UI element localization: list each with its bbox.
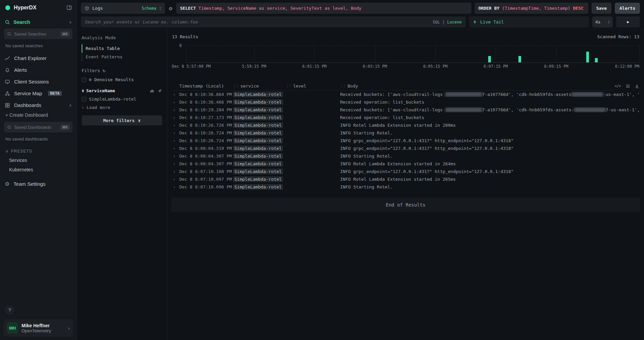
sidebar-item-service-map[interactable]: Service Map BETA [0, 88, 77, 99]
filters-label: Filters [82, 68, 100, 73]
service-checkbox[interactable] [82, 97, 86, 102]
sidebar-item-team-settings[interactable]: ⚙ Team Settings [0, 178, 77, 190]
row-expand-icon[interactable]: › [171, 92, 179, 97]
filter-group-servicename[interactable]: ∨ ServiceName [82, 88, 162, 93]
sidebar-item-dashboards[interactable]: Dashboards ∧ [0, 99, 77, 111]
row-service-cell: SimpleLambda-rotel [233, 184, 286, 189]
row-expand-icon[interactable]: › [171, 115, 179, 120]
log-row[interactable]: ›Dec 8 6:10:26.726 PMSimpleLambda-rotelI… [171, 121, 640, 129]
log-row[interactable]: ›Dec 8 6:10:36.864 PMSimpleLambda-rotelR… [171, 91, 640, 98]
event-search-input[interactable] [81, 16, 466, 27]
redacted-text: ██████████████ [445, 92, 482, 97]
presets-section-toggle[interactable]: ∨ PRESETS [0, 146, 77, 156]
log-row[interactable]: ›Dec 8 6:07:10.096 PMSimpleLambda-rotelI… [171, 183, 640, 191]
download-icon[interactable] [635, 84, 639, 89]
select-query-input[interactable]: SELECT Timestamp, ServiceName as service… [176, 3, 471, 14]
row-expand-icon[interactable]: › [171, 184, 179, 189]
mode-event-patterns[interactable]: Event Patterns [82, 53, 162, 61]
row-service-cell: SimpleLambda-rotel [233, 130, 286, 135]
row-expand-icon[interactable]: › [171, 123, 179, 128]
preset-item-services[interactable]: Services [0, 156, 77, 165]
row-expand-icon[interactable]: › [171, 107, 179, 112]
row-service-cell: SimpleLambda-rotel [233, 92, 286, 97]
chevron-up-icon[interactable]: ∧ [69, 20, 72, 24]
create-dashboard-button[interactable]: + Create Dashboard [0, 111, 77, 121]
row-timestamp: Dec 8 6:07:10.097 PM [179, 177, 233, 182]
chart-values-icon[interactable] [150, 89, 154, 93]
order-by-input[interactable]: ORDER BY (TimestampTime, Timestamp) DESC [475, 3, 588, 14]
log-row[interactable]: ›Dec 8 6:10:29.284 PMSimpleLambda-rotelR… [171, 106, 640, 114]
help-button[interactable]: ? [5, 305, 15, 315]
row-body: INFO Starting Rotel. [340, 154, 640, 159]
source-select[interactable]: Logs Schema ▴▾ [81, 3, 165, 14]
user-profile-card[interactable]: MH Mike Heffner OpenTelemetry › [3, 319, 73, 337]
row-service-cell: SimpleLambda-rotel [233, 146, 286, 151]
interval-value: 4s [595, 19, 601, 24]
row-expand-icon[interactable]: › [171, 100, 179, 105]
row-body: INFO Rotel Lambda Extension started in 2… [340, 161, 640, 166]
log-row[interactable]: ›Dec 8 6:10:26.724 PMSimpleLambda-rotelI… [171, 129, 640, 137]
log-row[interactable]: ›Dec 8 6:08:04.319 PMSimpleLambda-rotelI… [171, 145, 640, 152]
chevron-up-icon[interactable]: ∧ [69, 103, 72, 108]
row-expand-icon[interactable]: › [171, 138, 179, 143]
chart-bar[interactable] [586, 52, 589, 62]
row-timestamp: Dec 8 6:10:26.724 PM [179, 130, 233, 135]
column-settings-icon[interactable] [626, 84, 630, 89]
column-body[interactable]: ⋮⋮ Body [340, 83, 640, 89]
drag-handle-icon[interactable]: ⋮⋮ [340, 84, 346, 88]
refresh-icon[interactable]: ↻ [103, 68, 105, 73]
chart-bar[interactable] [518, 56, 521, 62]
live-tail-button[interactable]: Live Tail [469, 16, 589, 27]
column-level[interactable]: ⋮⋮ level [286, 83, 340, 89]
log-row[interactable]: ›Dec 8 6:10:26.724 PMSimpleLambda-rotelI… [171, 137, 640, 145]
pin-icon[interactable] [158, 89, 162, 93]
saved-dashboards-input[interactable]: Saved Dashboards ⌘K [4, 122, 73, 132]
sidebar-item-client-sessions[interactable]: Client Sessions [0, 76, 77, 88]
drag-handle-icon[interactable]: ⋮⋮ [233, 84, 238, 88]
log-row[interactable]: ›Dec 8 6:08:04.307 PMSimpleLambda-rotelI… [171, 160, 640, 168]
save-button[interactable]: Save [592, 3, 611, 14]
service-chip: SimpleLambda-rotel [233, 176, 283, 182]
sql-mode-toggle[interactable]: SQL [433, 20, 440, 24]
sidebar-item-chart-explorer[interactable]: Chart Explorer [0, 52, 77, 64]
row-expand-icon[interactable]: › [171, 130, 179, 135]
preset-item-kubernetes[interactable]: Kubernetes [0, 165, 77, 174]
row-body: Received operation: list_buckets [340, 115, 640, 120]
sidebar-item-search[interactable]: Search ∧ [0, 16, 77, 28]
drag-handle-icon[interactable]: ⋮⋮ [286, 84, 291, 88]
row-expand-icon[interactable]: › [171, 177, 179, 182]
log-row[interactable]: ›Dec 8 6:07:10.097 PMSimpleLambda-rotelI… [171, 175, 640, 183]
collapse-sidebar-icon[interactable] [66, 5, 72, 10]
row-body: INFO grpc_endpoint="127.0.0.1:4317" http… [340, 138, 640, 143]
log-row[interactable]: ›Dec 8 6:10:36.466 PMSimpleLambda-rotelR… [171, 98, 640, 106]
refresh-interval-select[interactable]: 4s ▴▾ [592, 16, 613, 27]
column-service[interactable]: ⋮⋮ service [233, 83, 286, 89]
run-query-button[interactable]: ▶ [616, 16, 640, 27]
chart-bar[interactable] [595, 58, 598, 62]
mode-results-table[interactable]: Results Table [82, 44, 162, 53]
chart-vgridline [556, 45, 557, 62]
dashboards-grid-icon [5, 103, 10, 108]
load-more-button[interactable]: › Load more [82, 105, 162, 110]
log-row[interactable]: ›Dec 8 6:08:04.307 PMSimpleLambda-rotelI… [171, 152, 640, 160]
sidebar-item-alerts[interactable]: Alerts [0, 64, 77, 76]
log-row[interactable]: ›Dec 8 6:07:10.108 PMSimpleLambda-rotelI… [171, 168, 640, 175]
alerts-button[interactable]: Alerts [615, 3, 640, 14]
saved-searches-input[interactable]: Saved Searches ⌘K [4, 29, 73, 39]
lucene-mode-toggle[interactable]: Lucene [447, 20, 462, 24]
row-expand-icon[interactable]: › [171, 161, 179, 166]
raw-view-icon[interactable]: </> [614, 84, 621, 88]
row-expand-icon[interactable]: › [171, 146, 179, 151]
denoise-results-toggle[interactable]: ⊘ Denoise Results [82, 77, 162, 82]
row-expand-icon[interactable]: › [171, 154, 179, 159]
denoise-checkbox[interactable] [82, 77, 86, 82]
gear-icon[interactable]: ⚙ [168, 5, 173, 12]
row-expand-icon[interactable]: › [171, 169, 179, 174]
schema-link[interactable]: Schema [142, 6, 156, 11]
column-timestamp[interactable]: Timestamp (Local) [179, 83, 233, 89]
row-body: Received operation: list_buckets [340, 100, 640, 105]
chart-bar[interactable] [488, 56, 491, 62]
log-row[interactable]: ›Dec 8 6:10:27.173 PMSimpleLambda-rotelR… [171, 114, 640, 121]
service-filter-option[interactable]: SimpleLambda-rotel [82, 97, 162, 102]
more-filters-button[interactable]: More filters ∨ [82, 115, 162, 125]
